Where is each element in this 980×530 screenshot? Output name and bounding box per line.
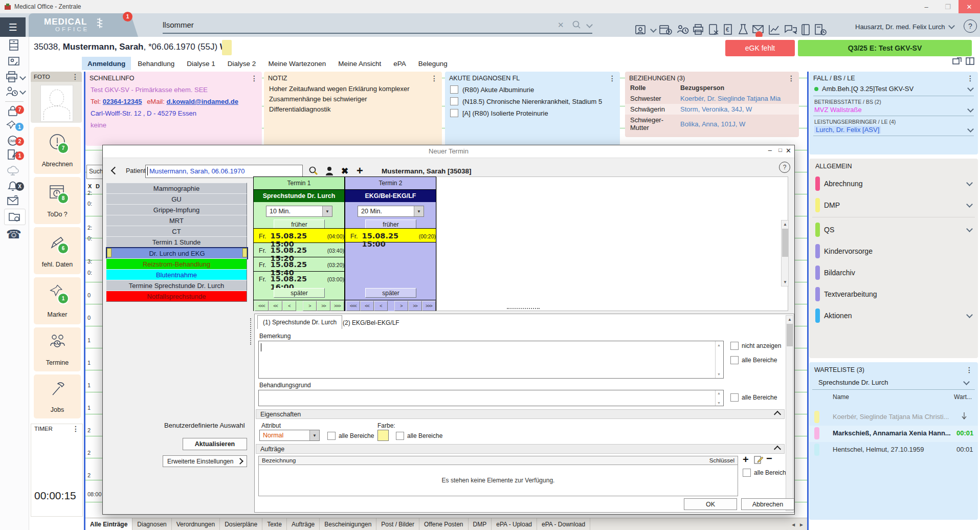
logo-notification-badge[interactable]: 1 [123, 12, 132, 21]
card-marker[interactable]: 1 Marker [34, 277, 81, 324]
dialog-search-icon[interactable] [308, 166, 319, 178]
termin1-duration-select[interactable]: 10 Min.▼ [266, 206, 332, 217]
advanced-settings-button[interactable]: Erweiterte Einstellungen [163, 455, 247, 467]
alle-bereiche-option-4[interactable]: alle Bereiche [396, 432, 442, 440]
termin1-later-button[interactable]: später [274, 288, 325, 298]
notiz-menu-icon[interactable]: ⋮ [431, 76, 438, 81]
printer-icon[interactable] [5, 71, 18, 84]
behandlungsgrund-input[interactable]: ▲ ▼ [258, 390, 724, 406]
bottom-tab-alle-eintraege[interactable]: Alle Einträge [85, 518, 132, 530]
billing-status-button[interactable]: Q3/25 E: Test GKV-SV [798, 40, 972, 56]
dialog-person-icon[interactable] [325, 166, 334, 178]
bs-selector[interactable]: MVZ Wallstraße [809, 105, 978, 115]
allgemein-item-qs[interactable]: QS [809, 220, 978, 239]
calendar-clock-icon[interactable] [659, 24, 673, 37]
cancel-button[interactable]: Abbrechen [741, 498, 794, 510]
bottom-tab-texte[interactable]: Texte [262, 518, 287, 530]
alle-bereiche-option-3[interactable]: alle Bereiche [327, 432, 374, 440]
email-link[interactable]: d.kowald@indamed.de [166, 98, 238, 105]
phone-icon[interactable]: ☎ [6, 227, 19, 241]
nicht-anzeigen-checkbox[interactable] [730, 342, 739, 350]
mail-icon[interactable] [752, 24, 765, 37]
allgemein-item-aktionen[interactable]: Aktionen [809, 306, 978, 325]
farbe-swatch[interactable] [377, 430, 389, 441]
alle-bereiche-checkbox[interactable] [327, 432, 336, 440]
type-termine-sprechstunde[interactable]: Termine Sprechstunde Dr. Lurch [106, 280, 247, 291]
patient-window-chevron[interactable] [650, 26, 657, 33]
detail-tab-1-selected[interactable]: (1) Sprechstunde Dr. Lurch [257, 315, 342, 329]
alle-bereiche-checkbox[interactable] [743, 469, 751, 477]
type-blutentnahme[interactable]: Blutentnahme [106, 269, 247, 280]
diagnosis-checkbox[interactable] [450, 109, 458, 117]
egk-status-button[interactable]: eGK fehlt [725, 40, 795, 56]
card-termine[interactable]: Termine [34, 327, 81, 371]
warteliste-filter[interactable]: Sprechstunde Dr. Lurch [812, 374, 975, 390]
bottom-tab-epa-download[interactable]: ePA - Download [537, 518, 590, 530]
dialog-titlebar[interactable]: Neuer Termin – □ ✕ [103, 145, 794, 158]
minimize-button[interactable]: – [916, 0, 937, 13]
search-icon[interactable] [572, 20, 581, 31]
nicht-anzeigen-option[interactable]: nicht anzeigen [730, 342, 781, 350]
close-button[interactable]: ✕ [959, 0, 980, 13]
patient-photo-placeholder[interactable] [40, 85, 73, 122]
type-reizstrom[interactable]: Reizstrom-Behandlung [106, 258, 247, 270]
maximize-button[interactable]: ❐ [937, 0, 959, 13]
patient-summary[interactable]: 35038, Mustermann, Sarah, *06.06.1970 (5… [34, 42, 228, 52]
beziehung-row[interactable]: Schwester Koerbér, Dr. Sieglinde Tatjana… [625, 93, 799, 104]
allgemein-item-kindervorsorge[interactable]: Kindervorsorge [809, 241, 978, 261]
back-chevron[interactable] [111, 167, 119, 175]
tab-dialyse2[interactable]: Dialyse 2 [222, 60, 262, 68]
termin1-slot-selected[interactable]: Fr.15.08.25 15:00(04:00) [254, 228, 344, 242]
dialog-clear-icon[interactable]: ✖ [341, 166, 348, 176]
type-gu[interactable]: GU [106, 193, 247, 205]
dialog-minimize-icon[interactable]: – [768, 146, 772, 154]
folder-stamp-active[interactable] [4, 209, 26, 225]
tab-belegung[interactable]: Belegung [413, 60, 453, 68]
nav-next[interactable]: > [394, 301, 408, 311]
termin2-slot-selected[interactable]: Fr.15.08.25 15:00(00:20) [345, 228, 436, 242]
messenger-icon[interactable] [784, 24, 797, 37]
mail-bird-icon[interactable] [6, 194, 19, 209]
alle-bereiche-checkbox[interactable] [730, 393, 739, 402]
tab-meine-ansicht[interactable]: Meine Ansicht [332, 60, 387, 68]
beziehungen-menu-icon[interactable]: ⋮ [788, 76, 795, 81]
nav-next-page[interactable]: >> [408, 301, 422, 311]
type-notfallsprechstunde[interactable]: Notfallsprechstunde [106, 291, 247, 302]
warteliste-row[interactable]: Hentschel, Helmut, 27.10.1959 00:01 [809, 442, 978, 458]
waitingroom-chevron[interactable] [19, 88, 26, 95]
auftraege-section-header[interactable]: Aufträge [256, 444, 785, 454]
termin2-later-button[interactable]: später [365, 288, 416, 298]
dialog-add-icon[interactable]: + [357, 164, 363, 178]
type-grippe-impfung[interactable]: Grippe-Impfung [106, 204, 247, 215]
type-mammographie[interactable]: Mammographie [106, 183, 247, 194]
bottom-tab-diagnosen[interactable]: Diagnosen [132, 518, 171, 530]
dialog-maximize-icon[interactable]: □ [778, 147, 782, 153]
warteliste-row[interactable]: Koerbér, Sieglinde Tatjana Mia Christi..… [809, 409, 978, 426]
prescription-icon[interactable] [709, 24, 720, 37]
nav-prev-page[interactable]: << [269, 301, 282, 311]
bottom-tab-post-bilder[interactable]: Post / Bilder [376, 518, 419, 530]
allgemein-item-textverarbeitung[interactable]: Textverarbeitung [809, 284, 978, 304]
scan-image-icon[interactable] [7, 55, 20, 70]
cloud-icon[interactable] [6, 164, 19, 178]
type-dr-lurch-und-ekg-selected[interactable]: Dr. Lurch und EKG [106, 247, 248, 259]
help-button[interactable]: ? [964, 19, 977, 33]
termin1-slot[interactable]: Fr.15.08.25 15:40(03:20) [254, 257, 344, 271]
slot-area-scrollbar[interactable]: ▲ ▼ [781, 220, 789, 286]
printer-chevron[interactable] [19, 74, 26, 80]
dialog-close-icon[interactable]: ✕ [786, 147, 791, 154]
pane-drag-dots[interactable] [250, 318, 251, 345]
archive-cabinet-icon[interactable] [7, 39, 20, 54]
card-todo[interactable]: 8 ToDo ? [34, 177, 81, 224]
tab-behandlung[interactable]: Behandlung [132, 60, 180, 68]
global-search[interactable]: llsommer ✕ [163, 18, 592, 34]
allgemein-item-dmp[interactable]: DMP [809, 195, 978, 215]
eigenschaften-section-header[interactable]: Eigenschaften [256, 409, 785, 419]
nav-last[interactable]: >>> [422, 301, 436, 311]
nav-first[interactable]: <<< [346, 301, 360, 311]
nav-next-page[interactable]: >> [317, 301, 330, 311]
bottom-tab-auftraege[interactable]: Aufträge [287, 518, 320, 530]
case-selector[interactable]: Amb.Beh.[Q 3.25]Test GKV-SV [809, 83, 978, 95]
allgemein-item-abrechnung[interactable]: Abrechnung [809, 174, 978, 193]
bottom-tabs-scroll-right[interactable]: ► [798, 522, 807, 527]
